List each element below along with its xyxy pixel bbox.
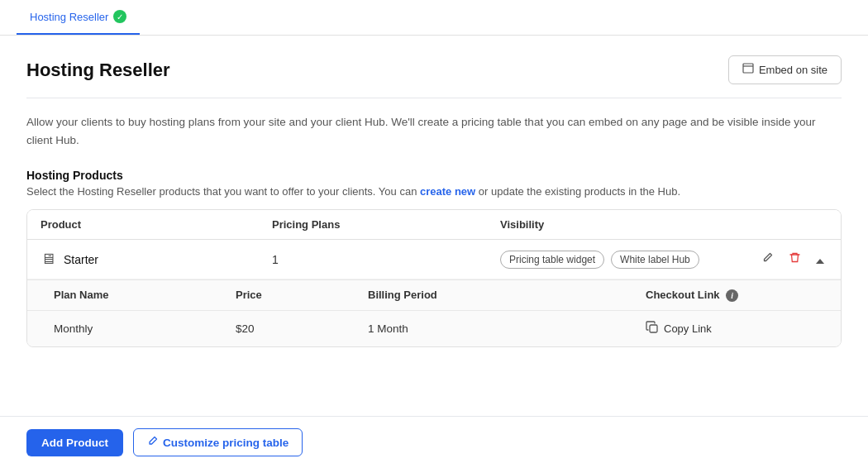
- sub-data-row: Monthly $20 1 Month: [27, 311, 841, 346]
- tab-label: Hosting Reseller: [30, 11, 108, 23]
- customize-btn-label: Customize pricing table: [163, 437, 289, 449]
- page-title: Hosting Reseller: [26, 60, 170, 81]
- collapse-button[interactable]: [813, 251, 827, 269]
- sub-checkout-link: Copy Link: [646, 321, 827, 337]
- svg-rect-2: [650, 325, 657, 332]
- main-content: Hosting Reseller Embed on site Allow you…: [0, 36, 868, 416]
- sub-col-checkout: Checkout Link i: [646, 289, 827, 302]
- customize-pricing-table-button[interactable]: Customize pricing table: [133, 428, 303, 456]
- products-table: Product Pricing Plans Visibility 🖥 Start…: [26, 209, 842, 347]
- edit-button[interactable]: [758, 250, 777, 269]
- copy-link-button[interactable]: Copy Link: [646, 321, 712, 337]
- actions-cell: [728, 250, 827, 269]
- visibility-cell: Pricing table widget White label Hub: [500, 251, 728, 269]
- add-product-button[interactable]: Add Product: [26, 429, 123, 456]
- product-icon: 🖥: [41, 251, 55, 268]
- col-header-actions: [728, 218, 827, 231]
- product-name-cell: 🖥 Starter: [41, 251, 272, 268]
- svg-rect-0: [743, 64, 753, 73]
- copy-link-label: Copy Link: [664, 322, 712, 335]
- sub-price: $20: [236, 322, 368, 335]
- col-header-product: Product: [41, 218, 272, 231]
- tab-bar: Hosting Reseller ✓: [0, 0, 868, 36]
- sub-col-price: Price: [236, 289, 368, 302]
- section-subtitle: Select the Hosting Reseller products tha…: [26, 185, 842, 198]
- badge-white-label-hub: White label Hub: [611, 251, 699, 269]
- col-header-visibility: Visibility: [500, 218, 728, 231]
- sub-billing-period: 1 Month: [368, 322, 646, 335]
- hosting-products-section: Hosting Products Select the Hosting Rese…: [26, 169, 842, 347]
- sub-plan-name: Monthly: [54, 322, 236, 335]
- tab-check-icon: ✓: [113, 10, 126, 23]
- bottom-actions: Add Product Customize pricing table: [0, 416, 868, 468]
- product-name: Starter: [64, 253, 98, 266]
- create-new-link[interactable]: create new: [420, 185, 475, 198]
- table-row: 🖥 Starter 1 Pricing table widget White l…: [27, 240, 841, 279]
- header-row: Hosting Reseller Embed on site: [26, 55, 842, 84]
- tab-hosting-reseller[interactable]: Hosting Reseller ✓: [17, 0, 140, 35]
- description-text: Allow your clients to buy hosting plans …: [26, 113, 842, 149]
- badge-pricing-table-widget: Pricing table widget: [500, 251, 604, 269]
- embed-icon: [742, 63, 754, 77]
- embed-on-site-button[interactable]: Embed on site: [728, 55, 842, 84]
- sub-table: Plan Name Price Billing Period Checkout …: [27, 279, 841, 346]
- delete-button[interactable]: [785, 250, 804, 269]
- col-header-pricing: Pricing Plans: [272, 218, 500, 231]
- sub-col-plan-name: Plan Name: [54, 289, 236, 302]
- sub-col-billing: Billing Period: [368, 289, 646, 302]
- sub-header-row: Plan Name Price Billing Period Checkout …: [27, 280, 841, 311]
- copy-icon: [646, 321, 659, 337]
- embed-btn-label: Embed on site: [759, 64, 827, 76]
- chevron-up-icon: [816, 259, 824, 264]
- table-header-row: Product Pricing Plans Visibility: [27, 210, 841, 240]
- info-icon: i: [726, 289, 738, 302]
- section-title: Hosting Products: [26, 169, 842, 182]
- edit-pencil-icon: [147, 436, 158, 449]
- pricing-plans-count: 1: [272, 253, 500, 266]
- header-divider: [26, 98, 842, 98]
